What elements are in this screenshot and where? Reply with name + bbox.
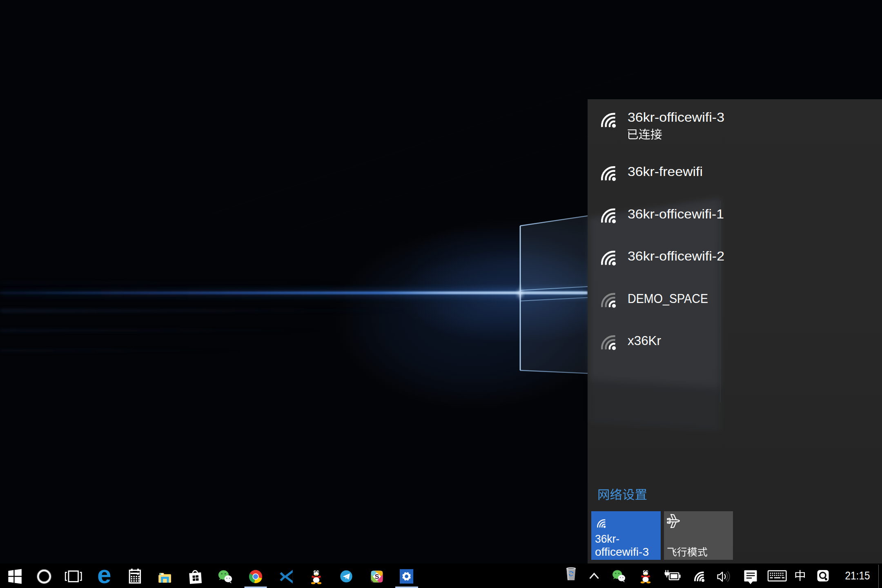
svg-text:e: e [97,560,111,588]
svg-text:36kr-officewifi-2: 36kr-officewifi-2 [628,249,724,263]
svg-text:21:15: 21:15 [845,570,870,582]
svg-text:S: S [375,573,379,580]
svg-text:x36Kr: x36Kr [628,333,661,348]
svg-text:36kr-: 36kr- [595,532,619,545]
svg-text:36kr-freewifi: 36kr-freewifi [628,164,703,179]
svg-text:DEMO_SPACE: DEMO_SPACE [628,291,708,306]
svg-text:officewifi-3: officewifi-3 [595,546,649,558]
svg-text:36kr-officewifi-1: 36kr-officewifi-1 [628,207,724,221]
svg-text:36kr-officewifi-3: 36kr-officewifi-3 [628,110,724,125]
